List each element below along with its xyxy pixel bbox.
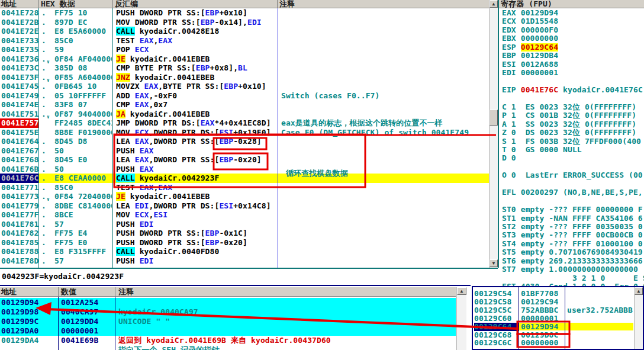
disasm-row[interactable]: 0041E73F.∨0F85 A6040000JNZ kyodaiCr.0041… [0,73,489,82]
register-line[interactable]: O 0 LastErr ERROR_SUCCESS (00 [502,171,644,179]
header-divider[interactable] [58,287,59,297]
instruction-text: JE kyodaiCr.0041EBEB [116,192,276,201]
register-line[interactable]: ST3 empty -??? FFFF 00CB00CB 0 [502,231,644,239]
stack-row[interactable]: 00129C6400129D94 [473,323,643,331]
dump-scrollbar[interactable]: ▲ [456,287,466,350]
register-line[interactable]: ST7 empty 1.00000000000000000 [502,265,644,274]
register-line[interactable]: ST6 empty 269.2133333333333666 [502,257,644,265]
disasm-row[interactable]: 0041E749.05 10FFFFFFADD EAX,-0xF0Switch … [0,91,489,101]
register-line[interactable] [502,180,644,188]
disasm-row[interactable]: 0041E72B.897D ECMOV DWORD PTR SS:[EBP-0x… [0,18,489,27]
disasm-row[interactable]: 0041E735.59POP ECX [0,45,489,54]
dump-comment: UNICODE " " [118,317,453,326]
register-line[interactable]: ST2 empty -??? FFFF 00350035 0 [502,223,644,231]
registers-pane: 寄存器 (FPU) EAX 00129D94ECX 01D15548EDX 00… [499,0,644,291]
disasm-row[interactable]: 0041E728.FF75 10PUSH DWORD PTR SS:[EBP+0… [0,8,489,18]
scroll-up-icon[interactable]: ▲ [635,287,643,295]
disasm-row[interactable]: 0041E767.50PUSH EAX [0,146,489,156]
dump-row[interactable]: 00129DA000000001 [0,326,456,336]
dump-comment: 返回到 kyodaiCr.0041E69B 来自 kyodaiCr.00437D… [118,336,453,345]
register-line[interactable] [502,163,644,171]
header-divider[interactable] [115,287,115,297]
header-divider[interactable] [277,0,278,8]
disasm-row[interactable]: 0041E788.E8 F315FFFFCALL kyodaiCr.0040FD… [0,247,489,256]
disasm-row[interactable]: 0041E781.57PUSH EDI [0,220,489,229]
disasm-row[interactable]: 0041E75E8B8E F0190000MOV ECX,DWORD PTR D… [0,128,489,137]
register-line[interactable]: ESI 0012A688 [502,60,644,69]
register-line[interactable]: T 0 GS 0000 NULL [502,146,644,154]
disasm-row[interactable]: 0041E74E.83F8 07CMP EAX,0x7 [0,100,489,110]
instruction-bytes: 0F84 72040000 [54,192,112,201]
dump-row[interactable]: 00129DA40041E69B返回到 kyodaiCr.0041E69B 来自… [0,336,456,345]
disasm-row[interactable]: 0041E785.FF75 E0PUSH DWORD PTR SS:[EBP-0… [0,238,489,248]
scroll-up-icon[interactable]: ▲ [490,0,498,8]
disasm-row[interactable]: 0041E76B.50PUSH EAX [0,165,489,174]
disasm-row[interactable]: 0041E736.∨0F84 AF040000JE kyodaiCr.0041E… [0,54,489,64]
dump-row[interactable]: 00129D9C00129DD4UNICODE " " [0,317,456,326]
register-line[interactable]: D 0 [502,154,644,162]
column-divider [519,287,519,349]
disasm-row[interactable]: 0041E757FF2485 8DEC4100JMP DWORD PTR DS:… [0,118,489,128]
instruction-bytes: FF75 E4 [54,229,112,238]
register-value-highlight: 0041E76C [521,86,558,94]
stack-scrollbar[interactable]: ▲ [634,287,643,349]
disasm-row[interactable]: 0041E77F.8BCEMOV ECX,ESI [0,210,489,220]
disasm-row[interactable]: 0041E764.8D45 D8LEA EAX,DWORD PTR SS:[EB… [0,137,489,146]
instruction-bytes: 8D45 E0 [54,155,112,165]
disasm-row[interactable]: 0041E76C.E8 CEAA0000CALL kyodaiCr.004292… [0,174,489,183]
scroll-up-icon[interactable]: ▲ [457,287,466,295]
disasm-row[interactable]: 0041E779.8DBE C8140000LEA EDI,DWORD PTR … [0,201,489,211]
register-line[interactable]: ESP 00129C64 [502,43,644,52]
header-divider[interactable] [38,0,39,8]
stack-row[interactable]: 00129C5800129C94 [473,298,643,306]
scroll-down-icon[interactable]: ▼ [490,259,498,267]
stack-row[interactable]: 00129C5401BF7708 [473,290,643,298]
register-line[interactable]: ST5 empty 0.707106769084930419 [502,248,644,256]
stack-row[interactable]: 00129C6800129D8C [473,331,643,339]
register-line[interactable]: ST1 empty -NAN FFFF CA354106 6 [502,214,644,223]
register-line[interactable]: C 1 ES 0023 32位 0(FFFFFFFF) [502,103,644,111]
register-line[interactable]: A 1 SS 0023 32位 0(FFFFFFFF) [502,120,644,129]
instruction-address: 0041E781 [0,220,39,229]
register-line[interactable] [502,197,644,205]
stack-row[interactable]: 00129C6000000001 [473,314,643,323]
instruction-bytes: 8DBE C8140000 [54,201,112,211]
dump-row[interactable]: 指向下一个 SEH 记录的指针 [0,345,456,350]
register-line[interactable]: ST4 empty -??? FFFF 01000100 0 [502,240,644,248]
register-line[interactable]: S 1 FS 003B 32位 7FFDF000(400 [502,137,644,146]
dump-row[interactable]: 00129D980040CA97kyodaiCr.0040CA97 [0,307,456,317]
register-line[interactable]: Z 0 DS 0023 32位 0(FFFFFFFF) [502,129,644,137]
disasm-row[interactable]: 0041E773.∨0F84 72040000JE kyodaiCr.0041E… [0,192,489,201]
disasm-row[interactable]: 0041E733.85C0TEST EAX,EAX [0,36,489,46]
register-line[interactable] [502,94,644,102]
scrollbar-thumb[interactable] [490,110,498,126]
instruction-text: ADD EAX,-0xF0 [116,91,276,101]
disasm-row[interactable]: 0041E78D.57PUSH EDI [0,256,489,266]
register-line[interactable]: EBP 00129DB4 [502,52,644,60]
header-divider[interactable] [112,0,113,8]
register-line[interactable]: EBX 00000000 [502,34,644,43]
disasm-row[interactable]: 0041E745.0FB645 10MOVZX EAX,BYTE PTR SS:… [0,82,489,91]
register-line[interactable]: EDI 00000001 [502,69,644,77]
register-line[interactable]: EFL 00200297 (NO,B,NE,BE,S,PE, [502,188,644,197]
register-line[interactable]: ST0 empty -??? FFFF 00000000 F [502,205,644,214]
register-line[interactable]: ECX 01D15548 [502,17,644,25]
register-line[interactable] [502,78,644,86]
disasm-row[interactable]: 0041E73C.385D 08CMP BYTE PTR SS:[EBP+0x8… [0,63,489,73]
disasm-row[interactable]: 0041E782.FF75 E4PUSH DWORD PTR SS:[EBP-0… [0,229,489,238]
disasm-row[interactable]: 0041E72E.E8 E5A60000CALL kyodaiCr.00428E… [0,27,489,36]
disasm-row[interactable]: 0041E751.∨0F87 94040000JA kyodaiCr.0041E… [0,110,489,119]
disasm-scrollbar[interactable]: ▲ ▼ [489,0,498,268]
register-line[interactable]: EAX 00129D94 [502,9,644,17]
dump-pane: 地址 数值 注释 00129D940012A25400129D980040CA9… [0,285,471,350]
stack-row[interactable]: 00129C5C752ABBBCuser32.752ABBB [473,306,643,314]
disasm-row[interactable]: 0041E771.85C0TEST EAX,EAX [0,183,489,192]
disasm-row[interactable]: 0041E768.8D45 E0LEA EAX,DWORD PTR SS:[EB… [0,155,489,165]
register-line[interactable]: EDX 000000F0 [502,26,644,34]
register-line[interactable]: 3 2 1 0 E S [502,274,644,282]
register-line[interactable]: EIP 0041E76C kyodaiCr.0041E76C [502,86,644,94]
dump-row[interactable]: 00129D940012A254 [0,298,456,307]
register-line[interactable]: P 1 CS 001B 32位 0(FFFFFFFF) [502,111,644,120]
instruction-address: 0041E73F [0,73,39,82]
stack-row[interactable]: 00129C6C00000000 [473,339,643,347]
